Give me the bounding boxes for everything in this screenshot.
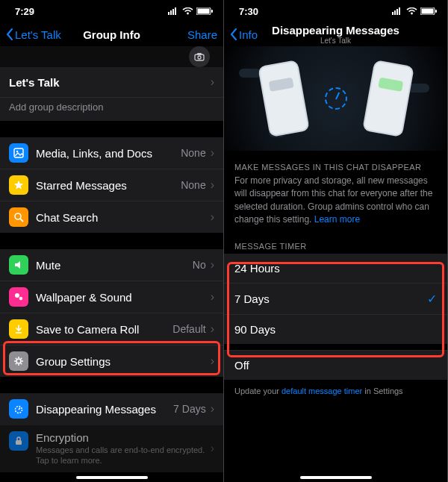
row-label: Save to Camera Roll [36,323,172,336]
option-off[interactable]: Off [224,350,447,380]
battery-icon [420,7,437,15]
phone-icon [258,60,310,137]
chevron-right-icon: › [211,402,214,416]
row-save-camera-roll[interactable]: Save to Camera Roll Default › [0,313,223,345]
svg-rect-3 [175,7,176,15]
home-indicator[interactable] [300,476,372,479]
footer-text: Update your [234,386,281,395]
row-label: Starred Messages [36,179,181,192]
row-value: 7 Days [173,403,206,415]
svg-point-15 [15,293,19,298]
svg-point-12 [16,151,19,153]
group-description-cell[interactable]: Add group description [0,97,223,121]
wifi-icon [406,7,417,15]
option-label: 90 Days [234,323,276,336]
home-indicator[interactable] [76,476,148,479]
status-indicators [168,7,213,15]
svg-rect-1 [170,10,172,15]
message-bubble-icon [378,78,403,92]
nav-bar: Info Disappearing Messages Let's Talk [224,22,447,46]
row-media[interactable]: Media, Links, and Docs None › [0,137,223,169]
back-button[interactable]: Info [230,28,258,41]
row-encryption[interactable]: Encryption Messages and calls are end-to… [0,425,223,472]
row-group-settings[interactable]: Group Settings › [0,345,223,377]
row-mute[interactable]: Mute No › [0,249,223,281]
row-label: Chat Search [36,211,211,224]
chevron-right-icon: › [211,210,214,224]
group-name-cell[interactable]: Let's Talk › [0,67,223,97]
row-subtitle: Messages and calls are end-to-end encryp… [36,445,211,466]
option-7-days[interactable]: 7 Days ✓ [224,283,447,314]
signal-icon [392,7,403,15]
row-value: Default [172,323,205,335]
option-label: 24 Hours [234,262,280,275]
chevron-right-icon: › [211,258,214,272]
gear-icon [9,351,28,371]
photo-icon [9,143,28,163]
chevron-right-icon: › [211,354,214,368]
svg-point-4 [187,13,189,15]
chevron-right-icon: › [211,146,214,160]
row-label: Group Settings [36,355,211,368]
content: Let's Talk › Add group description Media… [0,46,223,482]
cloud-icon [239,69,261,78]
row-starred[interactable]: Starred Messages None › [0,169,223,201]
nav-bar: Let's Talk Group Info Share [0,22,223,46]
svg-point-13 [15,213,21,219]
chevron-right-icon: › [211,322,214,336]
status-time: 7:30 [239,6,258,17]
timer-icon [9,399,28,419]
status-time: 7:29 [15,6,34,17]
svg-rect-11 [14,148,23,157]
default-timer-link[interactable]: default message timer [281,386,362,395]
chevron-right-icon: › [211,178,214,192]
svg-rect-7 [211,10,213,13]
row-disappearing-messages[interactable]: Disappearing Messages 7 Days › [0,393,223,425]
row-chat-search[interactable]: Chat Search › [0,201,223,233]
row-value: No [193,259,206,271]
back-label: Info [239,28,258,41]
learn-more-link[interactable]: Learn more [314,214,360,225]
wifi-icon [182,7,193,15]
signal-icon [168,7,179,15]
screen-group-info: 7:29 Let's Talk Group Info Share Let's T… [0,0,224,482]
svg-rect-29 [435,10,437,13]
chevron-right-icon: › [211,75,214,89]
svg-rect-23 [394,10,396,15]
status-bar: 7:30 [224,0,447,22]
svg-rect-21 [16,440,22,445]
screen-disappearing-messages: 7:30 Info Disappearing Messages Let's Ta… [224,0,448,482]
svg-line-14 [20,219,23,222]
phone-icon [362,60,414,137]
svg-point-16 [19,297,23,301]
svg-rect-24 [396,9,398,15]
option-24-hours[interactable]: 24 Hours [224,254,447,283]
row-wallpaper[interactable]: Wallpaper & Sound › [0,281,223,313]
share-button[interactable]: Share [187,28,217,41]
title-text: Disappearing Messages [272,24,399,37]
row-label: Media, Links, and Docs [36,147,181,160]
row-value: None [181,147,205,159]
description: For more privacy and storage, all new me… [224,175,447,237]
row-label: Disappearing Messages [36,403,173,416]
camera-icon[interactable] [189,46,210,67]
content: MAKE MESSAGES IN THIS CHAT DISAPPEAR For… [224,46,447,482]
chevron-left-icon [6,28,13,40]
chevron-right-icon: › [211,442,214,455]
svg-rect-25 [399,7,400,15]
timer-icon [325,87,347,110]
row-label: Encryption [36,431,211,444]
wallpaper-icon [9,287,28,307]
svg-line-20 [19,408,20,410]
section-heading: MAKE MESSAGES IN THIS CHAT DISAPPEAR [224,158,447,175]
svg-rect-8 [195,54,204,60]
speaker-icon [9,255,28,275]
option-90-days[interactable]: 90 Days [224,314,447,344]
star-icon [9,175,28,195]
svg-point-18 [16,359,21,363]
status-bar: 7:29 [0,0,223,22]
footer-text: in Settings [362,386,402,395]
illustration [224,46,447,151]
back-button[interactable]: Let's Talk [6,28,61,41]
download-icon [9,319,28,339]
